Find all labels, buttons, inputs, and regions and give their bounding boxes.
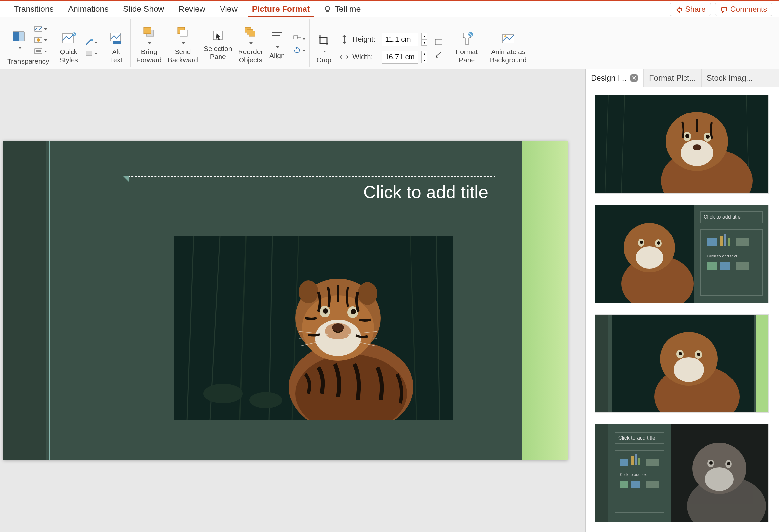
tell-me-search[interactable]: Tell me: [323, 4, 361, 14]
picture-effects-2-button[interactable]: [85, 48, 98, 58]
side-tab-design-ideas[interactable]: Design I... ✕: [586, 69, 644, 87]
picture-corrections-button[interactable]: [34, 23, 47, 34]
animate-as-background-button[interactable]: Animate as Background: [488, 30, 529, 65]
svg-rect-86: [707, 238, 717, 246]
width-label: Width:: [352, 53, 379, 61]
svg-point-72: [706, 135, 710, 139]
svg-point-101: [674, 357, 704, 382]
svg-rect-90: [736, 238, 750, 246]
svg-rect-96: [595, 315, 608, 413]
svg-point-125: [709, 462, 713, 465]
svg-text:Click to add title: Click to add title: [704, 214, 740, 220]
picture-effects-button[interactable]: [34, 46, 47, 56]
tab-picture-format[interactable]: Picture Format: [245, 1, 317, 17]
svg-point-68: [680, 140, 713, 166]
tab-view[interactable]: View: [213, 1, 245, 17]
alt-text-button[interactable]: Alt Text: [106, 30, 126, 65]
svg-rect-97: [756, 315, 769, 413]
align-button[interactable]: Align: [267, 27, 287, 61]
slide-canvas-area[interactable]: Click to add title: [0, 69, 585, 532]
svg-rect-23: [249, 31, 255, 37]
side-tab-stock-images[interactable]: Stock Imag...: [702, 69, 758, 87]
transparency-button[interactable]: [9, 28, 29, 52]
quick-styles-button[interactable]: Quick Styles: [57, 30, 80, 65]
tab-slide-show[interactable]: Slide Show: [116, 1, 171, 17]
svg-point-103: [678, 352, 682, 355]
crop-aspect-button[interactable]: [432, 38, 445, 47]
comments-button[interactable]: Comments: [715, 3, 772, 16]
height-icon: [339, 35, 349, 44]
svg-point-80: [640, 241, 643, 244]
svg-point-12: [91, 39, 93, 41]
svg-rect-112: [631, 456, 634, 465]
design-idea-2[interactable]: Click to add title Click to add text: [595, 205, 769, 303]
format-pane-button[interactable]: Format Pane: [454, 30, 480, 65]
svg-rect-115: [646, 459, 659, 466]
tab-animations[interactable]: Animations: [61, 1, 116, 17]
design-idea-4[interactable]: Click to add title Click to add text: [595, 424, 769, 522]
title-placeholder[interactable]: Click to add title: [125, 177, 495, 227]
crop-button[interactable]: Crop: [314, 31, 334, 65]
transparency-label: Transparency: [7, 57, 49, 65]
lightbulb-icon: [323, 5, 332, 13]
svg-rect-93: [720, 262, 730, 270]
reorder-objects-button[interactable]: Reorder Objects: [236, 23, 265, 65]
rotate-button[interactable]: [292, 45, 305, 55]
svg-rect-92: [707, 262, 717, 270]
close-icon[interactable]: ✕: [630, 74, 638, 82]
picture-border-button[interactable]: [85, 37, 98, 47]
slide[interactable]: Click to add title: [3, 141, 568, 460]
group-button[interactable]: [292, 34, 305, 43]
send-backward-button[interactable]: Send Backward: [166, 23, 200, 65]
svg-point-51: [332, 323, 344, 331]
svg-rect-114: [638, 458, 640, 465]
height-label: Height:: [352, 35, 379, 44]
svg-point-78: [636, 246, 663, 269]
svg-rect-2: [722, 7, 727, 11]
design-idea-3[interactable]: [595, 314, 769, 413]
svg-text:Click to add text: Click to add text: [707, 254, 737, 258]
svg-point-127: [727, 462, 730, 465]
design-ideas-panel: Design I... ✕ Format Pict... Stock Imag.…: [585, 69, 779, 532]
bring-forward-button[interactable]: Bring Forward: [134, 23, 164, 65]
svg-rect-15: [113, 41, 121, 44]
width-up[interactable]: ▴: [421, 51, 427, 57]
svg-text:Click to add title: Click to add title: [618, 435, 655, 441]
height-input[interactable]: [382, 33, 418, 46]
design-idea-1[interactable]: [595, 95, 769, 194]
svg-rect-117: [620, 480, 628, 488]
share-button[interactable]: Share: [670, 3, 711, 16]
svg-point-73: [693, 144, 701, 150]
tab-review[interactable]: Review: [171, 1, 213, 17]
picture-color-button[interactable]: [34, 35, 47, 45]
height-up[interactable]: ▴: [421, 33, 427, 39]
svg-rect-17: [144, 27, 151, 34]
svg-rect-29: [435, 39, 442, 45]
svg-rect-19: [180, 30, 187, 37]
selection-pane-button[interactable]: Selection Pane: [202, 26, 234, 62]
svg-point-0: [325, 6, 330, 11]
comment-icon: [721, 6, 728, 13]
svg-point-53: [323, 308, 328, 314]
width-input[interactable]: [382, 51, 418, 64]
inserted-picture[interactable]: [174, 236, 453, 420]
svg-text:Click to add text: Click to add text: [620, 472, 648, 477]
svg-point-105: [697, 352, 700, 356]
svg-rect-9: [36, 50, 41, 53]
svg-rect-107: [595, 424, 608, 522]
svg-point-7: [37, 39, 40, 42]
side-tab-format-picture[interactable]: Format Pict...: [644, 69, 702, 87]
svg-point-47: [299, 280, 318, 304]
lock-aspect-button[interactable]: [432, 49, 445, 59]
svg-point-41: [203, 384, 243, 403]
svg-rect-118: [631, 480, 640, 488]
height-down[interactable]: ▾: [421, 39, 427, 46]
svg-rect-113: [635, 454, 637, 465]
width-down[interactable]: ▾: [421, 57, 427, 63]
share-icon: [675, 6, 682, 13]
svg-point-82: [657, 242, 660, 245]
svg-rect-119: [646, 480, 659, 488]
svg-rect-87: [720, 236, 723, 246]
svg-point-55: [351, 309, 356, 314]
tab-transitions[interactable]: Transitions: [7, 1, 61, 17]
